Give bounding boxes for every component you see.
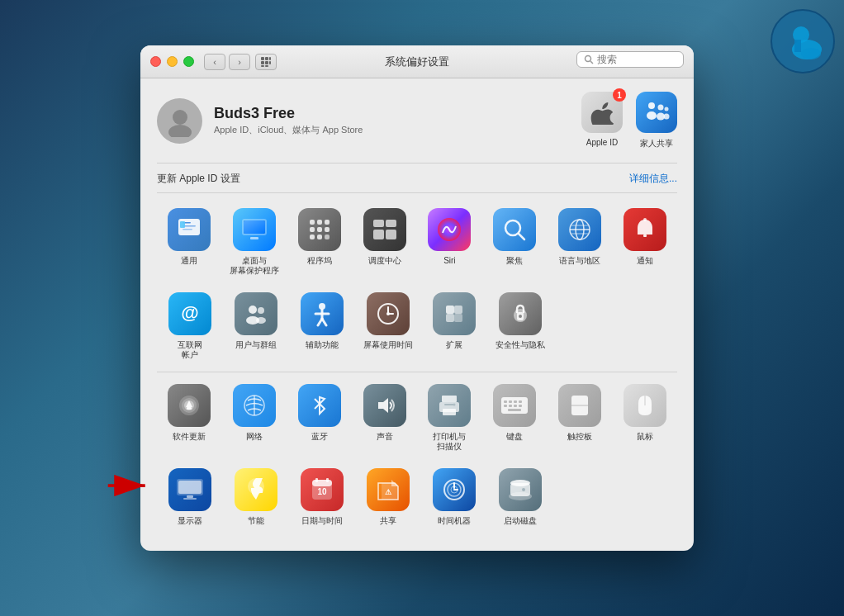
family-sharing-button[interactable]: 家人共享 [636,92,677,149]
internet-label: 互联网 帐户 [178,340,202,360]
svg-rect-81 [187,407,192,410]
svg-rect-44 [386,220,396,227]
mouse-icon [624,384,666,427]
svg-point-61 [256,317,266,324]
software-label: 软件更新 [173,432,206,442]
svg-rect-98 [519,405,522,407]
svg-rect-42 [325,235,330,239]
sharing-icon-item[interactable]: ⚠ 共享 [355,463,421,531]
svg-rect-43 [373,220,384,227]
siri-icon-item[interactable]: Siri [417,203,482,281]
timemachine-label: 时间机器 [438,516,471,526]
forward-button[interactable]: › [229,54,250,70]
svg-rect-105 [187,495,193,498]
sharing-label: 共享 [380,516,396,526]
display-icon-item[interactable]: 显示器 [157,463,223,531]
svg-rect-96 [509,405,512,407]
desktop-icon-item[interactable]: 桌面与 屏幕保护程序 [222,203,287,281]
grid-button[interactable] [255,54,277,70]
update-text: 更新 Apple ID 设置 [157,172,240,186]
svg-rect-28 [183,229,192,230]
search-box[interactable] [576,51,684,68]
language-icon-item[interactable]: 语言与地区 [548,203,613,281]
svg-rect-11 [265,61,268,64]
svg-text:⚠: ⚠ [385,488,391,496]
screentime-label: 屏幕使用时间 [363,340,413,350]
screentime-icon [367,292,410,335]
mouse-icon-item[interactable]: 鼠标 [612,379,677,457]
search-input[interactable] [597,54,676,65]
timemachine-icon-item[interactable]: 时间机器 [421,463,487,531]
display-label: 显示器 [178,516,202,526]
spotlight-icon-item[interactable]: 聚焦 [482,203,548,281]
apple-id-label: Apple ID [586,138,618,147]
datetime-icon-item[interactable]: 10 日期与时间 [289,463,355,531]
extensions-icon-item[interactable]: 扩展 [421,287,487,365]
svg-rect-8 [265,57,268,60]
svg-rect-38 [317,227,322,232]
svg-text:@: @ [181,302,198,323]
svg-rect-112 [326,478,329,482]
users-icon-item[interactable]: 用户与群组 [223,287,289,365]
trackpad-icon [558,384,601,427]
startup-icon-item[interactable]: 启动磁盘 [487,463,553,531]
close-button[interactable] [150,56,161,67]
svg-rect-35 [317,220,322,225]
apple-id-button[interactable]: 1 Apple ID [581,92,623,149]
sound-icon-item[interactable]: 声音 [352,379,417,457]
internet-icon-item[interactable]: @ 互联网 帐户 [157,287,223,365]
svg-rect-10 [261,61,264,64]
minimize-button[interactable] [167,56,178,67]
svg-point-77 [519,315,522,318]
energy-icon-item[interactable]: 节能 [223,463,289,531]
icons-row-4: 显示器 节能 [157,463,677,531]
display-icon [168,468,211,511]
startup-icon [499,468,542,511]
bluetooth-icon [298,384,341,427]
svg-rect-99 [508,409,521,411]
svg-rect-32 [244,220,265,234]
launchpad-icon-item[interactable]: 程序坞 [287,203,353,281]
network-icon-item[interactable]: 网络 [222,379,287,457]
mission-icon-item[interactable]: 调度中心 [352,203,417,281]
general-label: 通用 [181,256,197,266]
screentime-icon-item[interactable]: 屏幕使用时间 [355,287,421,365]
language-label: 语言与地区 [559,256,600,266]
svg-rect-74 [454,314,462,322]
desktop-icon [233,208,276,251]
svg-point-89 [453,404,456,406]
notification-icon-item[interactable]: 通知 [612,203,677,281]
sound-icon [363,384,406,427]
trackpad-icon-item[interactable]: 触控板 [548,379,613,457]
language-icon [558,208,601,251]
avatar [157,98,202,144]
svg-rect-71 [446,306,454,314]
svg-point-23 [665,107,669,111]
badge: 1 [613,88,626,102]
detail-link[interactable]: 详细信息... [629,172,677,186]
maximize-button[interactable] [183,56,194,67]
profile-name: Buds3 Free [214,105,363,122]
family-icon [636,92,677,133]
svg-rect-14 [265,65,268,67]
svg-rect-92 [509,400,512,403]
printer-icon-item[interactable]: 打印机与 扫描仪 [417,379,482,457]
internet-icon: @ [168,292,211,335]
keyboard-icon-item[interactable]: 键盘 [482,379,548,457]
svg-point-21 [658,105,664,111]
svg-point-20 [647,111,657,120]
svg-rect-9 [269,57,271,60]
nav-buttons: ‹ › [204,54,250,70]
svg-rect-39 [325,227,330,232]
bluetooth-icon-item[interactable]: 蓝牙 [287,379,353,457]
printer-label: 打印机与 扫描仪 [433,432,466,452]
svg-rect-109 [312,480,332,486]
datetime-icon: 10 [301,468,344,511]
back-button[interactable]: ‹ [204,54,225,70]
general-icon-item[interactable]: 通用 [157,203,222,281]
software-icon-item[interactable]: 软件更新 [157,379,222,457]
accessibility-icon-item[interactable]: 辅助功能 [289,287,355,365]
titlebar: ‹ › 系统偏好设置 [140,45,694,78]
security-icon-item[interactable]: 安全性与隐私 [487,287,553,365]
svg-point-4 [801,48,821,59]
